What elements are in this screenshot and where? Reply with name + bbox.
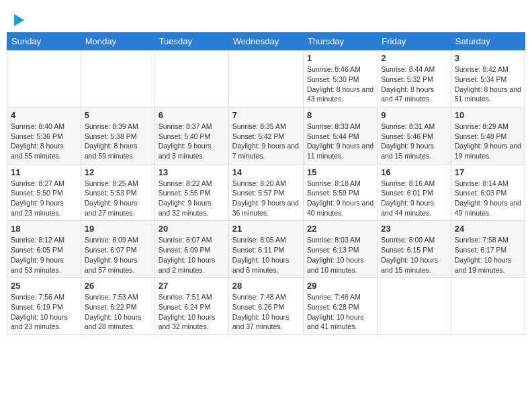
calendar-cell: 16Sunrise: 8:16 AMSunset: 6:01 PMDayligh… [378,164,451,221]
day-info: Sunrise: 7:46 AMSunset: 6:28 PMDaylight:… [307,292,373,332]
calendar-cell [378,278,451,335]
calendar-cell: 14Sunrise: 8:20 AMSunset: 5:57 PMDayligh… [228,164,303,221]
day-number: 22 [307,224,373,234]
day-info: Sunrise: 8:29 AMSunset: 5:48 PMDaylight:… [455,122,521,161]
day-info: Sunrise: 8:44 AMSunset: 5:32 PMDaylight:… [381,64,447,104]
calendar-cell: 8Sunrise: 8:33 AMSunset: 5:44 PMDaylight… [303,107,377,164]
calendar-header-row: SundayMondayTuesdayWednesdayThursdayFrid… [7,33,525,50]
day-number: 20 [159,224,225,234]
day-info: Sunrise: 8:46 AMSunset: 5:30 PMDaylight:… [307,64,373,104]
day-info: Sunrise: 8:14 AMSunset: 6:03 PMDaylight:… [455,179,521,218]
day-info: Sunrise: 7:53 AMSunset: 6:22 PMDaylight:… [85,292,151,332]
day-info: Sunrise: 8:37 AMSunset: 5:40 PMDaylight:… [159,122,225,161]
calendar-cell: 26Sunrise: 7:53 AMSunset: 6:22 PMDayligh… [81,278,154,335]
calendar-cell: 15Sunrise: 8:18 AMSunset: 5:59 PMDayligh… [303,164,377,221]
day-info: Sunrise: 8:25 AMSunset: 5:53 PMDaylight:… [85,179,151,218]
day-number: 18 [11,224,77,234]
day-number: 16 [381,167,447,177]
day-info: Sunrise: 8:22 AMSunset: 5:55 PMDaylight:… [159,179,225,218]
calendar-cell: 10Sunrise: 8:29 AMSunset: 5:48 PMDayligh… [451,107,525,164]
calendar-cell: 28Sunrise: 7:48 AMSunset: 6:26 PMDayligh… [228,278,303,335]
calendar-week-row: 1Sunrise: 8:46 AMSunset: 5:30 PMDaylight… [7,50,525,107]
calendar-cell: 13Sunrise: 8:22 AMSunset: 5:55 PMDayligh… [154,164,228,221]
day-info: Sunrise: 8:18 AMSunset: 5:59 PMDaylight:… [307,179,373,218]
day-info: Sunrise: 8:20 AMSunset: 5:57 PMDaylight:… [232,179,300,218]
day-info: Sunrise: 8:39 AMSunset: 5:38 PMDaylight:… [85,122,151,161]
day-number: 7 [232,110,300,120]
day-number: 15 [307,167,373,177]
day-number: 2 [381,53,447,63]
day-number: 9 [381,110,447,120]
calendar-cell: 25Sunrise: 7:56 AMSunset: 6:19 PMDayligh… [7,278,81,335]
calendar-cell [451,278,525,335]
day-number: 28 [232,281,300,291]
day-info: Sunrise: 8:40 AMSunset: 5:36 PMDaylight:… [11,122,77,161]
day-number: 29 [307,281,373,291]
calendar-day-header: Tuesday [154,33,228,50]
calendar-day-header: Wednesday [228,33,303,50]
day-number: 14 [232,167,300,177]
day-number: 12 [85,167,151,177]
day-info: Sunrise: 8:35 AMSunset: 5:42 PMDaylight:… [232,122,300,161]
calendar-day-header: Sunday [7,33,81,50]
day-number: 1 [307,53,373,63]
day-number: 13 [159,167,225,177]
calendar-cell: 20Sunrise: 8:07 AMSunset: 6:09 PMDayligh… [154,221,228,278]
day-number: 5 [85,110,151,120]
calendar-cell: 23Sunrise: 8:00 AMSunset: 6:15 PMDayligh… [378,221,451,278]
day-info: Sunrise: 7:56 AMSunset: 6:19 PMDaylight:… [11,292,77,332]
day-number: 11 [11,167,77,177]
logo-arrow-icon [14,14,24,26]
calendar-cell [81,50,154,107]
day-info: Sunrise: 8:16 AMSunset: 6:01 PMDaylight:… [381,179,447,218]
calendar-cell: 19Sunrise: 8:09 AMSunset: 6:07 PMDayligh… [81,221,154,278]
calendar-day-header: Saturday [451,33,525,50]
day-number: 25 [11,281,77,291]
day-info: Sunrise: 8:03 AMSunset: 6:13 PMDaylight:… [307,235,373,275]
calendar-cell [228,50,303,107]
calendar-cell: 5Sunrise: 8:39 AMSunset: 5:38 PMDaylight… [81,107,154,164]
day-info: Sunrise: 8:09 AMSunset: 6:07 PMDaylight:… [85,235,151,275]
calendar-cell: 11Sunrise: 8:27 AMSunset: 5:50 PMDayligh… [7,164,81,221]
calendar-week-row: 25Sunrise: 7:56 AMSunset: 6:19 PMDayligh… [7,278,525,335]
day-info: Sunrise: 8:00 AMSunset: 6:15 PMDaylight:… [381,235,447,275]
calendar-cell: 18Sunrise: 8:12 AMSunset: 6:05 PMDayligh… [7,221,81,278]
calendar-cell: 17Sunrise: 8:14 AMSunset: 6:03 PMDayligh… [451,164,525,221]
day-number: 26 [85,281,151,291]
calendar-cell: 29Sunrise: 7:46 AMSunset: 6:28 PMDayligh… [303,278,377,335]
calendar-day-header: Monday [81,33,154,50]
day-number: 21 [232,224,300,234]
day-info: Sunrise: 8:05 AMSunset: 6:11 PMDaylight:… [232,235,300,275]
calendar-cell: 2Sunrise: 8:44 AMSunset: 5:32 PMDaylight… [378,50,451,107]
calendar-week-row: 4Sunrise: 8:40 AMSunset: 5:36 PMDaylight… [7,107,525,164]
logo [13,12,24,27]
day-info: Sunrise: 8:42 AMSunset: 5:34 PMDaylight:… [455,64,521,104]
day-info: Sunrise: 8:33 AMSunset: 5:44 PMDaylight:… [307,122,373,161]
calendar-cell: 1Sunrise: 8:46 AMSunset: 5:30 PMDaylight… [303,50,377,107]
calendar-cell: 9Sunrise: 8:31 AMSunset: 5:46 PMDaylight… [378,107,451,164]
day-info: Sunrise: 7:48 AMSunset: 6:26 PMDaylight:… [232,292,300,332]
calendar-cell [7,50,81,107]
calendar-cell: 6Sunrise: 8:37 AMSunset: 5:40 PMDaylight… [154,107,228,164]
day-info: Sunrise: 8:12 AMSunset: 6:05 PMDaylight:… [11,235,77,275]
day-number: 24 [455,224,521,234]
calendar-cell: 7Sunrise: 8:35 AMSunset: 5:42 PMDaylight… [228,107,303,164]
day-number: 8 [307,110,373,120]
calendar-cell: 12Sunrise: 8:25 AMSunset: 5:53 PMDayligh… [81,164,154,221]
day-number: 6 [159,110,225,120]
calendar-day-header: Friday [378,33,451,50]
calendar-cell [154,50,228,107]
calendar-week-row: 11Sunrise: 8:27 AMSunset: 5:50 PMDayligh… [7,164,525,221]
day-info: Sunrise: 8:27 AMSunset: 5:50 PMDaylight:… [11,179,77,218]
calendar-week-row: 18Sunrise: 8:12 AMSunset: 6:05 PMDayligh… [7,221,525,278]
calendar-day-header: Thursday [303,33,377,50]
calendar-cell: 4Sunrise: 8:40 AMSunset: 5:36 PMDaylight… [7,107,81,164]
day-number: 4 [11,110,77,120]
day-info: Sunrise: 8:07 AMSunset: 6:09 PMDaylight:… [159,235,225,275]
day-info: Sunrise: 7:51 AMSunset: 6:24 PMDaylight:… [159,292,225,332]
day-number: 10 [455,110,521,120]
page-header [7,7,525,30]
calendar-cell: 27Sunrise: 7:51 AMSunset: 6:24 PMDayligh… [154,278,228,335]
day-number: 27 [159,281,225,291]
calendar-cell: 3Sunrise: 8:42 AMSunset: 5:34 PMDaylight… [451,50,525,107]
